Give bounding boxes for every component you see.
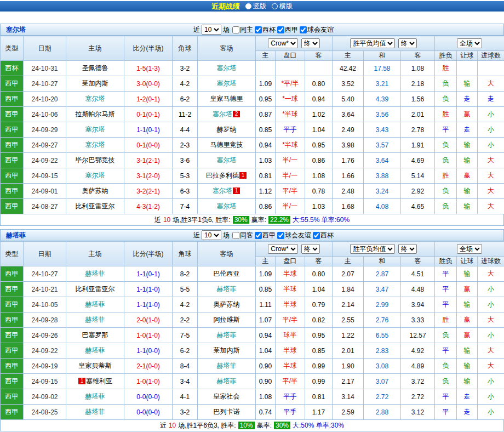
away-team-cell[interactable]: 赫塔菲 — [198, 359, 256, 374]
league-filter-checkbox[interactable] — [232, 26, 239, 33]
match-count-select[interactable]: 10 — [202, 230, 221, 240]
match-count-select[interactable]: 10 — [202, 25, 221, 35]
team-name[interactable]: 皇家贝蒂斯 — [79, 362, 112, 370]
away-team-cell[interactable]: 赫塔菲 — [198, 374, 256, 389]
team-name[interactable]: 塞尔塔 — [217, 202, 237, 210]
team-name[interactable]: 赫塔菲 — [85, 300, 105, 308]
team-name[interactable]: 巴塞罗那 — [82, 331, 108, 339]
team-name[interactable]: 塞尔塔 — [85, 141, 105, 149]
odds-time-select[interactable]: 终 — [301, 244, 320, 254]
odds-time-select[interactable]: 终 — [301, 38, 320, 48]
avg-time-select[interactable]: 终 — [398, 244, 417, 254]
home-team-cell[interactable]: 毕尔巴鄂竞技 — [66, 153, 124, 168]
team-name[interactable]: 巴列卡诺 — [214, 408, 240, 416]
away-team-cell[interactable]: 阿拉维斯 — [198, 312, 256, 328]
away-team-cell[interactable]: 赫塔菲 — [198, 328, 256, 343]
team-name[interactable]: 塞尔塔 — [85, 172, 105, 179]
home-team-cell[interactable]: 赫塔菲 — [66, 312, 124, 328]
score-cell[interactable]: 1-0(1-0) — [124, 328, 173, 343]
avg-time-select[interactable]: 终 — [398, 38, 417, 48]
home-team-cell[interactable]: 拉斯帕尔马斯 — [66, 107, 124, 122]
team-name[interactable]: 莱加内斯 — [82, 79, 108, 87]
team-name[interactable]: 皇家马德里 — [210, 95, 243, 103]
avg-source-select[interactable]: 胜平负均值 — [350, 244, 395, 254]
score-cell[interactable]: 1-5(1-3) — [124, 61, 173, 76]
league-filter-checkbox[interactable] — [277, 232, 284, 239]
team-name[interactable]: 赫塔菲 — [217, 377, 237, 385]
team-name[interactable]: 赫塔菲 — [217, 285, 237, 293]
team-name[interactable]: 莱加内斯 — [214, 346, 240, 354]
team-name[interactable]: 塞尔塔 — [213, 187, 232, 195]
league-filter[interactable]: 西甲 — [255, 231, 276, 240]
score-cell[interactable]: 3-1(2-0) — [124, 168, 173, 184]
score-cell[interactable]: 1-1(1-0) — [124, 297, 173, 312]
league-filter-checkbox[interactable] — [232, 232, 239, 239]
team-name[interactable]: 塞尔塔 — [217, 156, 237, 164]
team-name[interactable]: 毕尔巴鄂竞技 — [76, 156, 115, 164]
away-team-cell[interactable]: 莱加内斯 — [198, 343, 256, 359]
score-cell[interactable]: 4-3(1-2) — [124, 199, 173, 214]
team-name[interactable]: 阿拉维斯 — [214, 316, 240, 323]
score-cell[interactable]: 3-0(0-0) — [124, 76, 173, 92]
league-filter-checkbox[interactable] — [313, 232, 320, 239]
team-name[interactable]: 赫塔菲 — [217, 362, 237, 370]
league-filter[interactable]: 西杯 — [313, 231, 334, 240]
layout-option-vertical[interactable]: 竖版 — [245, 2, 266, 11]
away-team-cell[interactable]: 皇家马德里 — [198, 92, 256, 107]
home-team-cell[interactable]: 皇家贝蒂斯 — [66, 359, 124, 374]
away-team-cell[interactable]: 塞尔塔 — [198, 199, 256, 214]
score-cell[interactable]: 3-1(2-1) — [124, 153, 173, 168]
score-cell[interactable]: 0-1(0-1) — [124, 107, 173, 122]
team-name-link[interactable]: 塞尔塔 — [1, 25, 26, 35]
team-name[interactable]: 塞尔塔 — [213, 110, 232, 118]
away-team-cell[interactable]: 巴拉多利德1 — [198, 168, 256, 184]
team-name[interactable]: 比利亚雷亚尔 — [76, 202, 115, 210]
away-team-cell[interactable]: 塞尔塔 — [198, 61, 256, 76]
away-team-cell[interactable]: 塞尔塔2 — [198, 107, 256, 122]
team-name[interactable]: 巴拉多利德 — [206, 172, 239, 179]
away-team-cell[interactable]: 奥萨苏纳 — [198, 297, 256, 312]
team-name[interactable]: 奥萨苏纳 — [82, 187, 108, 195]
league-filter[interactable]: 同客 — [232, 231, 253, 240]
score-cell[interactable]: 3-2(2-1) — [124, 184, 173, 199]
team-name[interactable]: 塞尔塔 — [217, 64, 237, 72]
home-team-cell[interactable]: 塞尔塔 — [66, 168, 124, 184]
away-team-cell[interactable]: 巴伦西亚 — [198, 266, 256, 282]
score-cell[interactable]: 1-0(1-0) — [124, 374, 173, 389]
home-team-cell[interactable]: 赫塔菲 — [66, 405, 124, 420]
away-team-cell[interactable]: 皇家社会 — [198, 389, 256, 405]
layout-option-horizontal[interactable]: 横版 — [272, 2, 293, 11]
home-team-cell[interactable]: 1塞维利亚 — [66, 374, 124, 389]
team-name[interactable]: 塞维利亚 — [86, 377, 112, 385]
home-team-cell[interactable]: 赫塔菲 — [66, 297, 124, 312]
league-filter[interactable]: 西甲 — [277, 25, 298, 35]
home-team-cell[interactable]: 塞尔塔 — [66, 92, 124, 107]
league-filter[interactable]: 同主 — [232, 25, 253, 35]
away-team-cell[interactable]: 塞尔塔 — [198, 153, 256, 168]
team-name[interactable]: 赫罗纳 — [217, 126, 237, 133]
team-name[interactable]: 塞尔塔 — [85, 95, 105, 103]
away-team-cell[interactable]: 马德里竞技 — [198, 138, 256, 153]
home-team-cell[interactable]: 莱加内斯 — [66, 76, 124, 92]
home-team-cell[interactable]: 塞尔塔 — [66, 138, 124, 153]
score-cell[interactable]: 0-0(0-0) — [124, 405, 173, 420]
score-cell[interactable]: 1-1(0-1) — [124, 122, 173, 138]
home-team-cell[interactable]: 奥萨苏纳 — [66, 184, 124, 199]
scope-select[interactable]: 全场 — [457, 38, 482, 48]
league-filter-checkbox[interactable] — [255, 232, 262, 239]
home-team-cell[interactable]: 圣佩德鲁 — [66, 61, 124, 76]
score-cell[interactable]: 2-0(1-0) — [124, 312, 173, 328]
scope-select[interactable]: 全场 — [457, 244, 482, 254]
team-name[interactable]: 赫塔菲 — [85, 316, 105, 323]
team-name[interactable]: 塞尔塔 — [217, 79, 237, 87]
team-name[interactable]: 赫塔菲 — [85, 270, 105, 277]
league-filter-checkbox[interactable] — [255, 26, 262, 33]
score-cell[interactable]: 2-1(0-0) — [124, 359, 173, 374]
team-name-link[interactable]: 赫塔菲 — [1, 231, 26, 240]
home-team-cell[interactable]: 巴塞罗那 — [66, 328, 124, 343]
home-team-cell[interactable]: 塞尔塔 — [66, 122, 124, 138]
away-team-cell[interactable]: 赫罗纳 — [198, 122, 256, 138]
team-name[interactable]: 拉斯帕尔马斯 — [76, 110, 115, 118]
away-team-cell[interactable]: 塞尔塔 — [198, 76, 256, 92]
team-name[interactable]: 赫塔菲 — [85, 393, 105, 400]
